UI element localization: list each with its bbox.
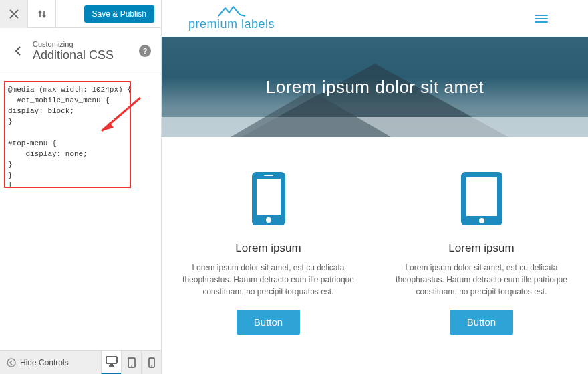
menu-toggle-button[interactable] xyxy=(535,13,548,25)
feature-card: Lorem ipsum Lorem ipsum dolor sit amet, … xyxy=(395,171,568,335)
svg-point-14 xyxy=(479,218,484,223)
cards-row: Lorem ipsum Lorem ipsum dolor sit amet, … xyxy=(162,137,588,348)
svg-rect-11 xyxy=(264,175,273,176)
close-icon xyxy=(9,9,19,19)
save-publish-button[interactable]: Save & Publish xyxy=(84,5,154,23)
hero-title: Lorem ipsum dolor sit amet xyxy=(266,77,484,98)
card-button[interactable]: Button xyxy=(237,310,300,335)
svg-point-5 xyxy=(131,365,132,367)
svg-rect-9 xyxy=(257,179,281,215)
svg-rect-13 xyxy=(466,177,497,216)
chevron-left-icon xyxy=(15,45,21,56)
hero-section: Lorem ipsum dolor sit amet xyxy=(162,37,588,137)
feature-card: Lorem ipsum Lorem ipsum dolor sit amet, … xyxy=(182,171,355,335)
svg-point-2 xyxy=(7,359,15,367)
svg-rect-3 xyxy=(106,357,117,363)
preview-pane: premium labels Lorem ipsum dolor sit ame… xyxy=(162,0,588,374)
collapse-icon xyxy=(7,358,16,367)
device-switcher xyxy=(101,351,161,375)
phone-icon xyxy=(251,171,287,227)
section-header: Customizing Additional CSS ? xyxy=(0,28,161,74)
device-mobile-button[interactable] xyxy=(141,351,161,375)
card-title: Lorem ipsum xyxy=(182,242,355,255)
mobile-icon xyxy=(148,357,155,368)
hamburger-icon xyxy=(535,15,548,16)
section-titles: Customizing Additional CSS xyxy=(33,40,139,62)
help-icon: ? xyxy=(143,47,148,55)
customizer-bottombar: Hide Controls xyxy=(0,350,161,374)
customizing-label: Customizing xyxy=(33,40,139,48)
site-header: premium labels xyxy=(162,0,588,37)
card-title: Lorem ipsum xyxy=(395,242,568,255)
customizer-topbar: Save & Publish xyxy=(0,0,161,28)
help-button[interactable]: ? xyxy=(139,45,151,57)
css-editor-area xyxy=(0,74,161,197)
css-textarea[interactable] xyxy=(4,81,131,188)
tablet-device-icon xyxy=(460,171,504,227)
card-button[interactable]: Button xyxy=(450,310,513,335)
desktop-icon xyxy=(106,356,118,367)
sort-icon xyxy=(37,9,47,19)
section-title: Additional CSS xyxy=(33,48,139,62)
reorder-button[interactable] xyxy=(28,0,56,28)
back-button[interactable] xyxy=(10,35,26,67)
mountain-logo-icon xyxy=(217,5,247,17)
svg-point-10 xyxy=(266,217,271,223)
hide-controls-button[interactable]: Hide Controls xyxy=(0,358,76,367)
logo-text: premium labels xyxy=(188,17,275,31)
card-body: Lorem ipsum dolor sit amet, est cu delic… xyxy=(182,262,355,298)
device-tablet-button[interactable] xyxy=(121,351,141,375)
card-body: Lorem ipsum dolor sit amet, est cu delic… xyxy=(395,262,568,298)
tablet-icon xyxy=(127,357,136,368)
device-desktop-button[interactable] xyxy=(101,351,121,375)
close-button[interactable] xyxy=(0,0,28,28)
hide-controls-label: Hide Controls xyxy=(20,358,69,367)
site-logo[interactable]: premium labels xyxy=(188,5,275,31)
customizer-panel: Save & Publish Customizing Additional CS… xyxy=(0,0,162,374)
svg-point-7 xyxy=(151,365,152,367)
